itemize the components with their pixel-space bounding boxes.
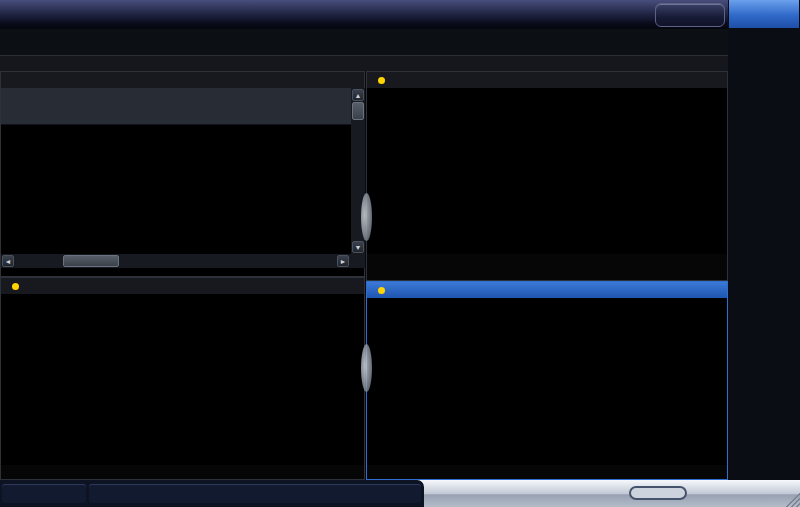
scroll-up-button[interactable]: ▲ <box>352 89 364 101</box>
status-box <box>2 484 86 503</box>
trace1-color-dot <box>378 77 385 84</box>
splitter-handle[interactable] <box>361 193 372 241</box>
status-box <box>89 484 421 503</box>
status-bar <box>0 480 800 507</box>
softkey-column <box>728 0 800 480</box>
screenshot-button[interactable] <box>655 3 725 27</box>
pulse-magnitude-title[interactable] <box>1 278 364 294</box>
trace1-color-dot <box>12 283 19 290</box>
magnitude-capture-title[interactable] <box>367 72 727 88</box>
toolbar <box>0 0 729 29</box>
resize-grip[interactable] <box>784 491 800 507</box>
pulse-magnitude-panel[interactable] <box>0 277 365 480</box>
hscroll-thumb[interactable] <box>63 255 119 267</box>
scroll-right-button[interactable]: ► <box>337 255 349 267</box>
trace1-color-dot <box>378 287 385 294</box>
channel-tab-bar <box>0 29 729 55</box>
pulse-phase-title[interactable] <box>367 282 727 298</box>
scroll-left-button[interactable]: ◄ <box>2 255 14 267</box>
pulse-statistics-panel[interactable]: ▲ ▼ ◄ ► <box>0 71 365 277</box>
channel-info-bar <box>0 55 729 71</box>
progress-bar <box>629 486 687 500</box>
vscroll-thumb[interactable] <box>352 102 364 120</box>
capture-graph[interactable] <box>367 88 727 254</box>
capture-footer <box>367 254 727 268</box>
magnitude-footer <box>1 465 364 479</box>
table-hscrollbar[interactable]: ◄ ► <box>1 254 365 268</box>
scroll-down-button[interactable]: ▼ <box>352 241 364 253</box>
phase-footer <box>367 465 727 479</box>
table-header <box>1 88 352 125</box>
pulse-statistics-title[interactable] <box>1 72 364 88</box>
magnitude-capture-panel[interactable] <box>366 71 728 281</box>
capture-xaxis-label <box>367 268 727 280</box>
softkey-menu-title <box>729 0 799 28</box>
phase-graph[interactable] <box>367 298 727 465</box>
magnitude-graph[interactable] <box>1 294 364 465</box>
table-body <box>1 124 352 254</box>
analyzer-window: ▲ ▼ ◄ ► <box>0 0 800 507</box>
splitter-handle[interactable] <box>361 344 372 392</box>
pulse-phase-panel[interactable] <box>366 281 728 480</box>
status-bar-left-zone <box>0 480 424 507</box>
